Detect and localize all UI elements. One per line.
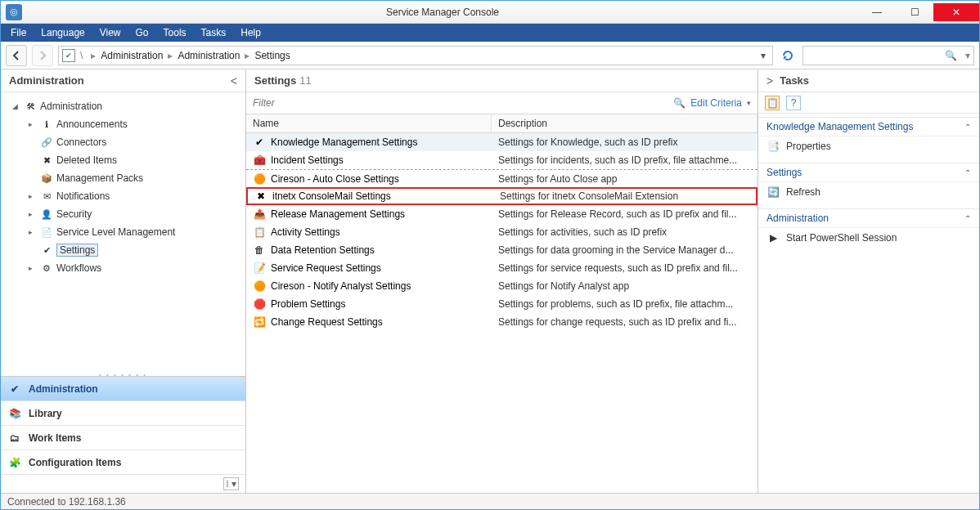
task-section-header[interactable]: Administration⌃ bbox=[758, 208, 979, 228]
grid-row[interactable]: 📤Release Management SettingsSettings for… bbox=[246, 205, 757, 223]
filter-search-icon[interactable]: 🔍 bbox=[673, 97, 686, 109]
wunderbar-work-items[interactable]: 🗂Work Items bbox=[1, 426, 245, 450]
content-pane: Settings 11 🔍 Edit Criteria ▾ Name Descr… bbox=[246, 69, 758, 493]
grid-row[interactable]: 🟠Cireson - Auto Close SettingsSettings f… bbox=[246, 169, 757, 187]
grid-row[interactable]: ✖itnetx ConsoleMail SettingsSettings for… bbox=[246, 187, 757, 205]
row-icon: 🧰 bbox=[253, 154, 266, 167]
wunderbar-administration[interactable]: ✔Administration bbox=[1, 377, 245, 401]
expander-icon[interactable]: ▸ bbox=[29, 264, 37, 272]
menu-go[interactable]: Go bbox=[129, 25, 155, 40]
menu-tasks[interactable]: Tasks bbox=[195, 25, 233, 40]
tasks-pane: > Tasks 📋 ? Knowledge Management Setting… bbox=[758, 69, 979, 493]
row-description: Settings for incidents, such as ID prefi… bbox=[492, 154, 757, 166]
tree-node-label: Service Level Management bbox=[56, 226, 175, 238]
minimize-button[interactable]: — bbox=[858, 3, 896, 21]
nav-collapse-button[interactable]: < bbox=[231, 74, 237, 87]
row-icon: 📋 bbox=[253, 226, 266, 239]
powershell-icon: ▶ bbox=[766, 231, 780, 244]
grid-row[interactable]: 🔁Change Request SettingsSettings for cha… bbox=[246, 313, 757, 331]
breadcrumb-dropdown[interactable]: ▾ bbox=[757, 50, 769, 61]
tree-node-label: Security bbox=[56, 208, 92, 220]
tree-node-service-level-management[interactable]: ▸ 📄 Service Level Management bbox=[1, 223, 245, 241]
close-button[interactable]: ✕ bbox=[933, 3, 979, 21]
search-dropdown[interactable]: ▾ bbox=[962, 50, 973, 61]
sla-icon: 📄 bbox=[40, 226, 53, 239]
edit-criteria-link[interactable]: Edit Criteria bbox=[690, 97, 742, 109]
tree-node-security[interactable]: ▸ 👤 Security bbox=[1, 205, 245, 223]
menu-file[interactable]: File bbox=[4, 25, 33, 40]
grid-row[interactable]: ✔Knowledge Management SettingsSettings f… bbox=[246, 133, 757, 151]
expander-icon[interactable]: ▸ bbox=[29, 192, 37, 200]
breadcrumb-seg-0[interactable]: Administration bbox=[101, 50, 163, 61]
row-description: Settings for change requests, such as ID… bbox=[492, 316, 757, 328]
back-button[interactable] bbox=[6, 45, 27, 66]
refresh-button[interactable] bbox=[778, 46, 798, 65]
menu-help[interactable]: Help bbox=[234, 25, 267, 40]
breadcrumb-seg-2[interactable]: Settings bbox=[254, 50, 290, 61]
task-item-properties[interactable]: 📑Properties bbox=[758, 136, 979, 156]
row-icon: 🔁 bbox=[253, 315, 266, 329]
arrow-left-icon bbox=[11, 50, 22, 61]
expander-icon[interactable]: ▸ bbox=[29, 120, 37, 128]
menu-view[interactable]: View bbox=[93, 25, 128, 40]
tree-node-deleted-items[interactable]: ✖ Deleted Items bbox=[1, 151, 245, 169]
filter-input[interactable] bbox=[253, 97, 668, 109]
wunderbar-label: Work Items bbox=[29, 432, 81, 444]
tree-node-announcements[interactable]: ▸ ℹ Announcements bbox=[1, 115, 245, 133]
task-section-header[interactable]: Knowledge Management Settings⌃ bbox=[758, 117, 979, 136]
breadcrumb[interactable]: ✔ \ ▸ Administration ▸ Administration ▸ … bbox=[58, 46, 773, 65]
task-section-header[interactable]: Settings⌃ bbox=[758, 163, 979, 182]
wunderbar-more-button[interactable]: ⁞ ▾ bbox=[1, 475, 245, 493]
tasks-help-icon[interactable]: ? bbox=[786, 96, 801, 110]
task-item-refresh[interactable]: 🔄Refresh bbox=[758, 182, 979, 202]
grid-row[interactable]: 🛑Problem SettingsSettings for problems, … bbox=[246, 295, 757, 313]
tree-node-settings[interactable]: ✔ Settings bbox=[1, 241, 245, 259]
tasks-expand-button[interactable]: > bbox=[766, 74, 773, 87]
tree-node-connectors[interactable]: 🔗 Connectors bbox=[1, 133, 245, 151]
grid-rows: ✔Knowledge Management SettingsSettings f… bbox=[246, 133, 757, 331]
grid-row[interactable]: 🟠Cireson - Notify Analyst SettingsSettin… bbox=[246, 277, 757, 295]
tree-node-label: Management Packs bbox=[56, 172, 143, 184]
tasks-clipboard-icon[interactable]: 📋 bbox=[765, 96, 780, 110]
wunderbar: ✔Administration📚Library🗂Work Items🧩Confi… bbox=[1, 376, 245, 493]
col-name[interactable]: Name bbox=[246, 114, 492, 132]
breadcrumb-seg-1[interactable]: Administration bbox=[178, 50, 240, 61]
tree-node-label: Workflows bbox=[56, 262, 101, 274]
tree-node-management-packs[interactable]: 📦 Management Packs bbox=[1, 169, 245, 187]
maximize-button[interactable]: ☐ bbox=[896, 3, 933, 21]
menu-tools[interactable]: Tools bbox=[157, 25, 193, 40]
tree-node-administration[interactable]: ◢ 🛠 Administration bbox=[1, 97, 245, 115]
breadcrumb-sep: \ bbox=[77, 50, 86, 61]
task-item-label: Start PowerShell Session bbox=[786, 232, 897, 244]
task-item-start-powershell-session[interactable]: ▶Start PowerShell Session bbox=[758, 228, 979, 248]
search-input[interactable] bbox=[803, 50, 939, 61]
grid-row[interactable]: 🧰Incident SettingsSettings for incidents… bbox=[246, 151, 757, 169]
expander-icon[interactable]: ▸ bbox=[29, 210, 37, 218]
tree-node-notifications[interactable]: ▸ ✉ Notifications bbox=[1, 187, 245, 205]
wunderbar-configuration-items[interactable]: 🧩Configuration Items bbox=[1, 450, 245, 475]
row-description: Settings for service requests, such as I… bbox=[492, 262, 757, 274]
search-icon[interactable]: 🔍 bbox=[939, 50, 962, 61]
task-section: Settings⌃🔄Refresh bbox=[758, 159, 979, 205]
forward-button[interactable] bbox=[32, 45, 53, 66]
tree-node-label: Administration bbox=[40, 101, 102, 112]
grid-row[interactable]: 📝Service Request SettingsSettings for se… bbox=[246, 259, 757, 277]
grid-row[interactable]: 🗑Data Retention SettingsSettings for dat… bbox=[246, 241, 757, 259]
edit-criteria-dropdown[interactable]: ▾ bbox=[747, 99, 751, 107]
task-section: Knowledge Management Settings⌃📑Propertie… bbox=[758, 114, 979, 159]
row-icon: 🟠 bbox=[253, 172, 266, 186]
column-headers[interactable]: Name Description bbox=[246, 114, 757, 133]
wunderbar-library[interactable]: 📚Library bbox=[1, 401, 245, 426]
expander-icon[interactable]: ◢ bbox=[12, 102, 20, 110]
row-description: Settings for data grooming in the Servic… bbox=[492, 244, 757, 256]
search-box[interactable]: 🔍 ▾ bbox=[802, 46, 974, 65]
grid-row[interactable]: 📋Activity SettingsSettings for activitie… bbox=[246, 223, 757, 241]
expander-icon[interactable]: ▸ bbox=[29, 228, 37, 236]
row-description: Settings for problems, such as ID prefix… bbox=[492, 298, 757, 310]
menu-language[interactable]: Language bbox=[34, 25, 91, 40]
row-icon: 🛑 bbox=[253, 298, 266, 311]
workflow-icon: ⚙ bbox=[40, 262, 53, 275]
tree-node-workflows[interactable]: ▸ ⚙ Workflows bbox=[1, 259, 245, 277]
col-description[interactable]: Description bbox=[492, 114, 757, 132]
app-icon: ◎ bbox=[6, 4, 22, 20]
